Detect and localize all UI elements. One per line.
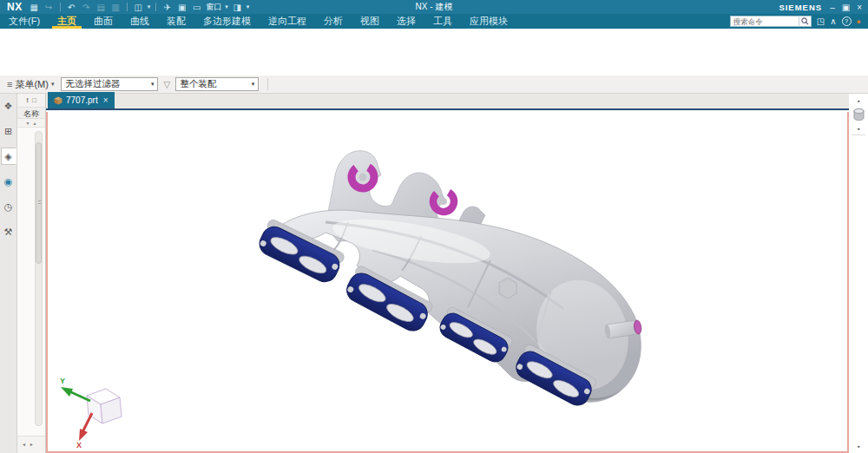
navigator-header: ! □ bbox=[17, 94, 45, 107]
window-controls: – ▣ × bbox=[830, 3, 862, 12]
search-icon[interactable] bbox=[799, 16, 811, 27]
web-browser-icon[interactable]: ◉ bbox=[1, 173, 16, 190]
dock-dot-icon[interactable]: ● bbox=[857, 125, 859, 132]
tab-file[interactable]: 文件(F) bbox=[0, 14, 49, 29]
tab-curve[interactable]: 曲线 bbox=[122, 14, 158, 29]
assembly-constraints-icon[interactable]: ❖ bbox=[1, 97, 16, 115]
ring-hole bbox=[440, 198, 447, 205]
part-navigator-icon[interactable]: ◈ bbox=[1, 148, 16, 165]
y-axis-arrow: Y bbox=[60, 377, 90, 401]
ribbon-tab-bar: 文件(F) 主页 曲面 曲线 装配 多边形建模 逆向工程 分析 视图 选择 工具… bbox=[0, 14, 868, 29]
window-menu-button[interactable]: 窗口 bbox=[206, 2, 221, 13]
selection-scope-value: 整个装配 bbox=[180, 78, 216, 90]
document-tab-7707[interactable]: 7707.prt × bbox=[48, 92, 115, 108]
tab-assemblies[interactable]: 装配 bbox=[158, 14, 194, 29]
dock-dot-icon[interactable]: ● bbox=[857, 97, 859, 104]
chevron-down-icon: ▾ bbox=[252, 81, 255, 88]
minimize-button[interactable]: – bbox=[830, 3, 835, 12]
menu-button[interactable]: ≡ 菜单(M) ▾ bbox=[3, 78, 57, 91]
fullscreen-icon[interactable]: ◳ bbox=[817, 16, 825, 26]
tab-home[interactable]: 主页 bbox=[49, 14, 85, 29]
cascade-windows-icon[interactable]: ▣ bbox=[176, 3, 187, 12]
divider bbox=[852, 135, 865, 135]
tab-surface[interactable]: 曲面 bbox=[85, 14, 122, 29]
column-header-name: 名称 bbox=[17, 107, 45, 119]
redo-icon: ↷ bbox=[81, 3, 92, 12]
chevron-down-icon[interactable]: ▾ bbox=[247, 3, 250, 10]
siemens-logo: SIEMENS bbox=[779, 3, 822, 12]
part-palette-icon[interactable] bbox=[852, 108, 866, 122]
resource-bar: ❖ ⊞ ◈ ◉ ◷ ⚒ bbox=[0, 94, 17, 453]
paste-icon: ▥ bbox=[110, 3, 122, 12]
nx-logo: NX bbox=[7, 1, 23, 13]
ribbon-content-collapsed bbox=[0, 29, 868, 76]
tab-analysis[interactable]: 分析 bbox=[315, 14, 352, 29]
nx-application-window: NX ▦ ↪ ↶ ↷ ▤ ▥ ◫ ▾ ✈ ▣ ▭ 窗口 ▾ ◨ ▾ NX - 建… bbox=[0, 0, 868, 453]
ring-hole bbox=[359, 174, 367, 181]
command-search bbox=[730, 16, 812, 27]
chevron-down-icon: ▾ bbox=[51, 81, 55, 88]
assembly-navigator-icon[interactable]: ⊞ bbox=[1, 122, 16, 140]
tab-tools[interactable]: 工具 bbox=[424, 14, 461, 29]
triad-cube bbox=[87, 389, 122, 423]
graphics-viewport[interactable]: Y X bbox=[46, 112, 849, 453]
tab-selection[interactable]: 选择 bbox=[388, 14, 424, 29]
touch-mode-icon[interactable]: ◨ bbox=[232, 3, 243, 12]
filter-funnel-icon[interactable]: ▽ bbox=[163, 80, 170, 89]
save-icon[interactable]: ▦ bbox=[29, 3, 40, 12]
scrollbar-thumb[interactable] bbox=[36, 142, 42, 264]
sort-down-icon[interactable]: ▾ bbox=[26, 120, 29, 126]
redo-small-icon: ↪ bbox=[43, 3, 55, 12]
x-axis-arrow: X bbox=[76, 413, 92, 448]
sort-up-icon[interactable]: ▴ bbox=[34, 120, 36, 126]
tab-polygon-modeling[interactable]: 多边形建模 bbox=[194, 14, 260, 29]
divider bbox=[267, 78, 268, 90]
svg-text:X: X bbox=[76, 441, 82, 448]
document-tab-strip: 7707.prt × bbox=[46, 94, 849, 110]
sort-row: ▾ ▴ bbox=[17, 119, 45, 128]
manifold-3d-model bbox=[242, 139, 659, 417]
selection-scope-dropdown[interactable]: 整个装配 ▾ bbox=[175, 77, 259, 91]
pin-icon[interactable]: ! bbox=[26, 96, 29, 104]
divider bbox=[155, 3, 156, 11]
tab-reverse-engineering[interactable]: 逆向工程 bbox=[260, 14, 315, 29]
send-icon[interactable]: ✈ bbox=[161, 3, 173, 12]
tab-application[interactable]: 应用模块 bbox=[461, 14, 516, 29]
record-icon[interactable]: ● bbox=[857, 17, 861, 26]
chevron-down-icon[interactable]: ▾ bbox=[148, 3, 151, 10]
menu-label: 菜单(M) bbox=[15, 78, 49, 91]
copy-icon: ▤ bbox=[95, 3, 107, 12]
close-button[interactable]: × bbox=[857, 3, 862, 12]
scroll-arrows-icon[interactable]: ◂ ▸ bbox=[17, 441, 35, 447]
history-icon[interactable]: ◷ bbox=[1, 198, 16, 215]
dock-dot-icon[interactable]: ● bbox=[857, 443, 859, 450]
undock-icon[interactable]: □ bbox=[32, 96, 36, 104]
title-bar-right: SIEMENS – ▣ × bbox=[779, 3, 868, 12]
screenshot-icon[interactable]: ◫ bbox=[133, 3, 144, 12]
part-file-icon bbox=[54, 96, 62, 105]
horizontal-scrollbar-row: ◂ ▸ bbox=[17, 436, 45, 451]
new-window-icon[interactable]: ▭ bbox=[191, 3, 202, 12]
undo-icon[interactable]: ↶ bbox=[66, 3, 77, 12]
selection-filter-value: 无选择过滤器 bbox=[65, 78, 120, 90]
minimize-ribbon-icon[interactable]: ∧ bbox=[830, 16, 836, 26]
vertical-scrollbar[interactable] bbox=[35, 131, 43, 426]
ribbon-utility-area: ◳ ∧ ? ● bbox=[730, 14, 868, 29]
top-border-bar: ≡ 菜单(M) ▾ 无选择过滤器 ▾ ▽ 整个装配 ▾ bbox=[0, 76, 868, 94]
chevron-down-icon: ▾ bbox=[151, 81, 155, 88]
selection-filter-dropdown[interactable]: 无选择过滤器 ▾ bbox=[61, 77, 158, 91]
work-area: 7707.prt × bbox=[46, 94, 868, 453]
close-tab-icon[interactable]: × bbox=[103, 95, 108, 105]
help-icon[interactable]: ? bbox=[842, 16, 852, 26]
quick-access-toolbar: ▦ ↪ ↶ ↷ ▤ ▥ ◫ ▾ ✈ ▣ ▭ 窗口 ▾ ◨ ▾ bbox=[29, 2, 250, 13]
roles-icon[interactable]: ⚒ bbox=[1, 223, 16, 240]
restore-button[interactable]: ▣ bbox=[842, 3, 850, 12]
title-bar: NX ▦ ↪ ↶ ↷ ▤ ▥ ◫ ▾ ✈ ▣ ▭ 窗口 ▾ ◨ ▾ NX - 建… bbox=[0, 0, 868, 14]
part-navigator-panel: ! □ 名称 ▾ ▴ ◂ ▸ bbox=[17, 94, 46, 453]
document-tab-label: 7707.prt bbox=[66, 95, 98, 105]
chevron-down-icon[interactable]: ▾ bbox=[225, 3, 228, 10]
wcs-triad[interactable]: Y X bbox=[52, 370, 130, 448]
search-input[interactable] bbox=[731, 16, 799, 26]
tab-view[interactable]: 视图 bbox=[352, 14, 388, 29]
navigator-tree-area[interactable] bbox=[17, 128, 45, 436]
